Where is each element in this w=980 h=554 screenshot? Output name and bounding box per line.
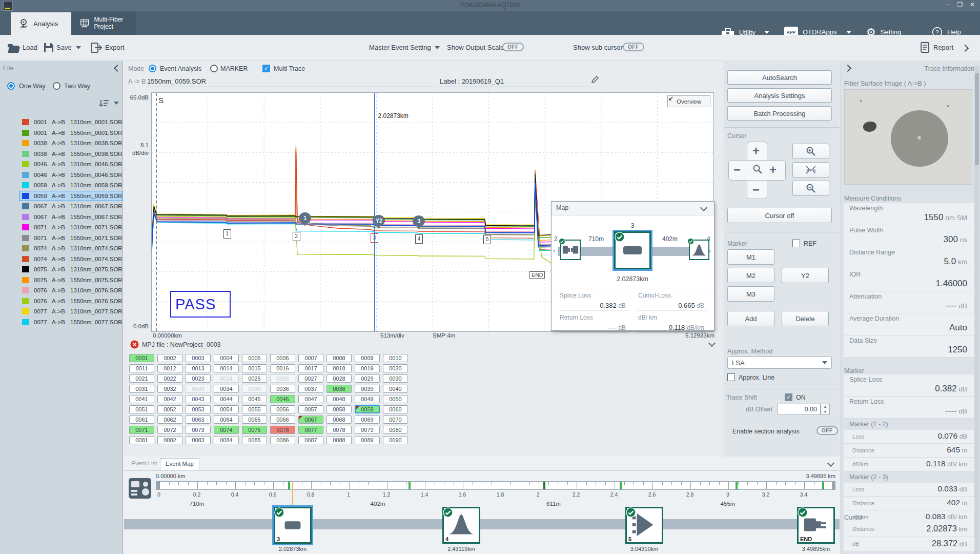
mpj-cell[interactable]: 0056: [270, 405, 295, 413]
mpj-cell[interactable]: 0021: [129, 374, 154, 383]
mpj-cell[interactable]: 0013: [186, 364, 211, 372]
approx-line-checkbox[interactable]: [727, 373, 735, 381]
autosearch-button[interactable]: AutoSearch: [727, 70, 832, 85]
mpj-cell[interactable]: 0073: [186, 426, 211, 434]
mpj-cell[interactable]: 0048: [326, 395, 352, 403]
mpj-cell[interactable]: 0003: [186, 354, 211, 362]
trace-shift-on-checkbox[interactable]: ✓: [785, 393, 792, 401]
mpj-cell[interactable]: 0075: [242, 426, 267, 434]
minimize-button[interactable]: –: [942, 1, 953, 8]
mpj-cell[interactable]: 0041: [129, 395, 154, 403]
file-list-item[interactable]: 0077A->B1310nm_0077.SOR: [19, 306, 123, 317]
mpj-cell[interactable]: 0016: [270, 364, 295, 372]
mpj-cell[interactable]: 0030: [383, 374, 408, 383]
event-analysis-radio[interactable]: [149, 65, 156, 72]
mpj-cell[interactable]: 0066: [270, 416, 295, 424]
marker-delete-button[interactable]: Delete: [782, 311, 829, 326]
mpj-cell[interactable]: 0019: [355, 364, 380, 372]
mpj-cell[interactable]: 0076: [270, 426, 295, 434]
mpj-cell[interactable]: 0081: [129, 436, 154, 444]
map-collapse-icon[interactable]: [700, 204, 707, 211]
mpj-cell[interactable]: 0040: [383, 385, 408, 393]
mpj-cell[interactable]: 0025: [242, 374, 267, 383]
mpj-cell[interactable]: 0084: [214, 436, 239, 444]
cursor-off-button[interactable]: Cursor off: [727, 208, 832, 223]
ref-checkbox[interactable]: [792, 240, 800, 247]
mpj-cell[interactable]: 0012: [157, 364, 182, 372]
event-marker-5[interactable]: 5: [483, 235, 491, 244]
mpj-cell[interactable]: 0067: [298, 416, 323, 424]
collapse-info-panel-icon[interactable]: [844, 65, 851, 72]
mpj-cell[interactable]: 0005: [242, 354, 267, 362]
overview-button[interactable]: Overview: [667, 95, 710, 107]
sort-caret-icon[interactable]: [114, 102, 119, 105]
mpj-cell[interactable]: 0042: [157, 395, 182, 403]
mpj-cell[interactable]: 0008: [326, 354, 352, 362]
batch-processing-button[interactable]: Batch Processing: [727, 106, 832, 121]
file-list-item[interactable]: 0075A->B1310nm_0075.SOR: [19, 264, 123, 275]
mpj-cell[interactable]: 0017: [298, 364, 323, 372]
mpj-cell[interactable]: 0047: [298, 395, 323, 403]
save-button[interactable]: Save: [56, 44, 72, 51]
marker-m3-button[interactable]: M3: [727, 286, 774, 302]
mpj-cell[interactable]: 0014: [214, 364, 239, 372]
file-list-item[interactable]: 0071A->B1550nm_0071.SOR: [19, 233, 123, 244]
mpj-cell[interactable]: 0029: [355, 374, 380, 383]
mpj-cell[interactable]: 0061: [129, 416, 154, 424]
show-sub-cursor-toggle[interactable]: OFF: [623, 43, 644, 51]
zoom-out-button[interactable]: [792, 181, 829, 196]
mpj-cell[interactable]: 0078: [326, 426, 352, 434]
mpj-cell[interactable]: 0045: [242, 395, 267, 403]
mpj-cell[interactable]: 0049: [355, 395, 380, 403]
event-map-icon-4[interactable]: 4: [442, 507, 480, 544]
one-way-radio[interactable]: [7, 82, 15, 90]
approx-method-select[interactable]: LSA: [727, 357, 832, 369]
db-offset-spinner[interactable]: ▲▼: [821, 404, 830, 415]
mpj-cell[interactable]: 0043: [186, 395, 211, 403]
event-balloon-1[interactable]: 1: [299, 212, 311, 224]
load-button[interactable]: Load: [23, 44, 37, 51]
map-scroll-left-icon[interactable]: ‹: [553, 247, 555, 254]
file-list-item[interactable]: 0059A->B1310nm_0059.SOR: [19, 180, 123, 191]
export-button[interactable]: Export: [105, 44, 125, 51]
file-list-item[interactable]: 0077A->B1550nm_0077.SOR: [19, 317, 123, 328]
mpj-cell[interactable]: 0077: [298, 426, 323, 434]
file-list-item[interactable]: 0059A->B1550nm_0059.SOR: [19, 191, 123, 202]
mpj-cell[interactable]: 0060: [383, 405, 408, 413]
mpj-cell[interactable]: 0031: [129, 385, 154, 393]
marker-y2-button[interactable]: Y2: [782, 268, 829, 283]
mpj-cell[interactable]: 0033: [186, 385, 211, 393]
mpj-cell[interactable]: 0086: [270, 436, 295, 444]
cursor-down-minus[interactable]: −: [752, 185, 760, 195]
collapse-file-panel-icon[interactable]: [114, 65, 121, 72]
tab-multi-fiber-project[interactable]: Multi-Fiber Project: [72, 12, 136, 35]
file-list-item[interactable]: 0076A->B1550nm_0076.SOR: [19, 296, 123, 307]
mpj-cell[interactable]: 0088: [326, 436, 352, 444]
mpj-cell[interactable]: 0036: [270, 385, 295, 393]
zoom-in-button[interactable]: [792, 144, 829, 159]
mpj-cell[interactable]: 0071: [129, 426, 154, 434]
event-map-ruler[interactable]: [156, 481, 835, 490]
mpj-cell[interactable]: 0079: [355, 426, 380, 434]
mpj-cell[interactable]: 0069: [355, 416, 380, 424]
marker-m1-button[interactable]: M1: [727, 249, 774, 265]
mpj-cell[interactable]: 0020: [383, 364, 408, 372]
file-list-item[interactable]: 0001A->B1550nm_0001.SOR: [19, 128, 123, 138]
zoom-fit-100-button[interactable]: 100%: [792, 162, 829, 177]
mpj-cell[interactable]: 0032: [157, 385, 182, 393]
mpj-cell[interactable]: 0082: [157, 436, 182, 444]
file-list-item[interactable]: 0067A->B1550nm_0067.SOR: [19, 212, 123, 223]
close-button[interactable]: ✕: [967, 1, 978, 8]
file-list-item[interactable]: 0038A->B1310nm_0038.SOR: [19, 138, 123, 149]
cursor-line[interactable]: [374, 93, 375, 331]
file-list-item[interactable]: 0067A->B1310nm_0067.SOR: [19, 201, 123, 212]
report-button[interactable]: Report: [933, 44, 953, 51]
mpj-cell[interactable]: 0057: [298, 405, 323, 413]
mpj-cell[interactable]: 0072: [157, 426, 182, 434]
mpj-cell[interactable]: 0080: [383, 426, 408, 434]
enable-section-analysis-toggle[interactable]: OFF: [816, 426, 838, 435]
current-filename[interactable]: 1550nm_0059.SOR: [147, 77, 206, 85]
mpj-cell[interactable]: 0044: [214, 395, 239, 403]
master-event-caret-icon[interactable]: [435, 46, 440, 49]
db-offset-input[interactable]: 0.00: [778, 404, 821, 415]
